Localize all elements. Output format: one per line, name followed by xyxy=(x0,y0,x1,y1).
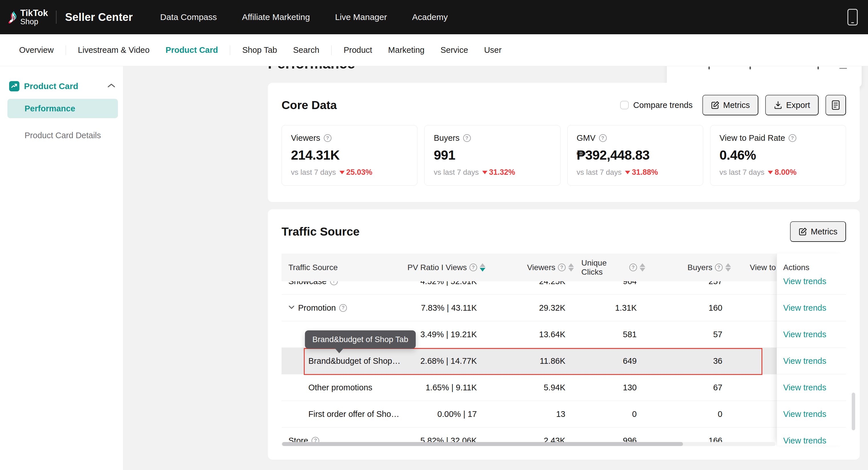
download-icon xyxy=(774,101,782,109)
down-arrow-icon xyxy=(340,171,345,174)
table-row-brand-budget-shop[interactable]: Brand&budget of Shop… 2.68% | 14.77K 11.… xyxy=(282,348,846,374)
tab-service[interactable]: Service xyxy=(433,45,476,55)
metric-card-buyers: Buyers? 991 vs last 7 days 31.32% xyxy=(424,125,560,186)
view-trends-link[interactable]: View trends xyxy=(783,383,826,392)
table-header-row: Traffic Source PV Ratio I Views ? Viewer… xyxy=(282,254,846,281)
tab-separator xyxy=(230,45,230,55)
sort-control[interactable] xyxy=(480,263,486,272)
help-icon[interactable]: ? xyxy=(469,263,477,271)
core-metrics: Viewers? 214.31K vs last 7 days 25.03% B… xyxy=(282,125,846,186)
brand-shop: Shop xyxy=(20,18,48,26)
product-card-chart-icon xyxy=(9,81,20,91)
tooltip-arrow xyxy=(335,349,343,353)
chevron-up-icon[interactable] xyxy=(107,83,116,89)
view-trends-link[interactable]: View trends xyxy=(783,436,826,445)
brand-tiktok: TikTok xyxy=(20,8,48,18)
view-trends-link[interactable]: View trends xyxy=(783,330,826,339)
view-trends-link[interactable]: View trends xyxy=(783,303,826,313)
tab-separator xyxy=(331,45,332,55)
tab-shop-tab[interactable]: Shop Tab xyxy=(234,45,285,55)
help-icon[interactable]: ? xyxy=(324,134,332,142)
page-title: Performance xyxy=(268,66,355,72)
help-icon[interactable]: ? xyxy=(788,134,796,142)
main-content: Performance Core Data Compare trends Met… xyxy=(123,66,868,470)
help-icon[interactable]: ? xyxy=(599,134,607,142)
metrics-button[interactable]: Metrics xyxy=(703,95,758,115)
table-row-first-order-offer[interactable]: First order offer of Sho… 0.00% | 17 13 … xyxy=(282,401,846,428)
report-icon xyxy=(832,100,840,110)
horizontal-scrollbar-thumb[interactable] xyxy=(282,442,683,446)
view-trends-link[interactable]: View trends xyxy=(783,356,826,366)
app-title: Seller Center xyxy=(65,11,133,23)
view-trends-link[interactable]: View trends xyxy=(783,277,826,286)
help-icon[interactable]: ? xyxy=(558,263,566,271)
topnav-academy[interactable]: Academy xyxy=(412,12,448,22)
metric-card-gmv: GMV? ₱392,448.83 vs last 7 days 31.88% xyxy=(567,125,703,186)
horizontal-scrollbar[interactable] xyxy=(282,442,775,446)
metric-card-viewers: Viewers? 214.31K vs last 7 days 25.03% xyxy=(282,125,417,186)
tiktok-shop-logo[interactable]: ♪ TikTok Shop xyxy=(8,8,48,26)
sidebar-section-product-card[interactable]: Product Card xyxy=(7,81,120,91)
export-button[interactable]: Export xyxy=(765,95,818,115)
row-tooltip: Brand&budget of Shop Tab xyxy=(305,331,416,349)
date-text-fragment xyxy=(708,66,710,69)
core-data-card: Core Data Compare trends Metrics Export xyxy=(268,83,860,202)
sort-control[interactable] xyxy=(640,263,645,272)
topnav-affiliate-marketing[interactable]: Affiliate Marketing xyxy=(242,12,310,22)
metric-card-view-to-paid-rate: View to Paid Rate? 0.46% vs last 7 days … xyxy=(710,125,846,186)
col-buyers[interactable]: Buyers ? xyxy=(653,263,738,272)
compare-trends-label: Compare trends xyxy=(633,100,693,110)
sidebar-item-product-card-details[interactable]: Product Card Details xyxy=(7,126,118,145)
help-icon[interactable]: ? xyxy=(715,263,723,271)
core-data-title: Core Data xyxy=(282,98,337,112)
down-arrow-icon xyxy=(482,171,487,174)
col-pv-ratio-views[interactable]: PV Ratio I Views ? xyxy=(407,263,493,272)
vertical-scrollbar-thumb[interactable] xyxy=(852,393,855,430)
down-arrow-icon xyxy=(625,171,630,174)
table-row-promotion[interactable]: Promotion ? 7.83% | 43.11K 29.32K 1.31K … xyxy=(282,295,846,321)
table-row-showcase[interactable]: Showcase? 4.52% | 52.01K 24.25K 964 257 xyxy=(282,281,846,295)
traffic-metrics-button[interactable]: Metrics xyxy=(790,221,846,242)
tab-overview[interactable]: Overview xyxy=(11,45,62,55)
compare-trends-checkbox[interactable] xyxy=(620,101,629,109)
view-to-paid-rate-value: 0.46% xyxy=(719,147,837,163)
view-trends-link[interactable]: View trends xyxy=(783,409,826,419)
sort-control[interactable] xyxy=(568,263,574,272)
help-icon[interactable]: ? xyxy=(330,281,338,285)
help-icon[interactable]: ? xyxy=(629,263,637,271)
chevron-down-icon[interactable] xyxy=(288,305,294,310)
down-arrow-icon xyxy=(768,171,773,174)
help-icon[interactable]: ? xyxy=(339,304,347,312)
report-button[interactable] xyxy=(826,95,846,115)
tab-user[interactable]: User xyxy=(476,45,509,55)
top-app-bar: ♪ TikTok Shop Seller Center Data Compass… xyxy=(0,0,868,34)
gmv-value: ₱392,448.83 xyxy=(577,147,694,163)
tab-livestream-video[interactable]: Livestream & Video xyxy=(70,45,158,55)
tab-product-card[interactable]: Product Card xyxy=(158,45,226,55)
buyers-value: 991 xyxy=(434,147,551,163)
compare-trends-toggle[interactable]: Compare trends xyxy=(620,100,693,110)
help-icon[interactable]: ? xyxy=(463,134,471,142)
topnav-data-compass[interactable]: Data Compass xyxy=(160,12,217,22)
actions-column: Actions View trends View trends View tre… xyxy=(777,254,846,445)
tab-product[interactable]: Product xyxy=(336,45,380,55)
sidebar-section-label: Product Card xyxy=(24,82,102,91)
traffic-source-card: Traffic Source Metrics Traffic Source PV… xyxy=(268,209,860,460)
seller-center-page: ♪ TikTok Shop Seller Center Data Compass… xyxy=(0,0,868,470)
sidebar-item-performance[interactable]: Performance xyxy=(7,99,118,118)
topbar-divider xyxy=(56,10,57,24)
col-traffic-source[interactable]: Traffic Source xyxy=(282,263,407,272)
mobile-app-icon[interactable] xyxy=(847,9,858,25)
table-row-other-promotions[interactable]: Other promotions 1.65% | 9.11K 5.94K 130… xyxy=(282,374,846,401)
col-viewers[interactable]: Viewers ? xyxy=(493,263,581,272)
data-compass-tabs: Overview Livestream & Video Product Card… xyxy=(0,34,868,66)
edit-square-icon xyxy=(799,227,807,236)
sort-control[interactable] xyxy=(725,263,731,272)
topnav-live-manager[interactable]: Live Manager xyxy=(335,12,387,22)
date-text-fragment xyxy=(817,66,819,69)
tab-marketing[interactable]: Marketing xyxy=(380,45,432,55)
viewers-value: 214.31K xyxy=(291,147,408,163)
col-unique-clicks[interactable]: Unique Clicks ? xyxy=(581,258,653,277)
tab-search[interactable]: Search xyxy=(285,45,328,55)
calendar-icon xyxy=(839,66,847,70)
